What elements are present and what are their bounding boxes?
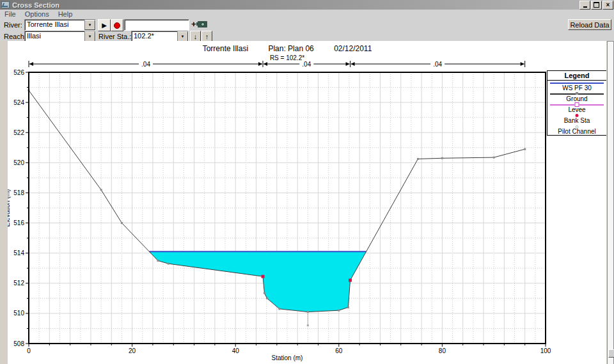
svg-text:518: 518	[13, 189, 24, 196]
reload-data-button[interactable]: Reload Data	[568, 19, 611, 30]
svg-text:0: 0	[27, 347, 31, 354]
reach-label: Reach:	[4, 33, 26, 40]
animate-button[interactable]: ▶	[98, 19, 111, 31]
svg-text:516: 516	[13, 219, 24, 226]
river-label: River:	[4, 21, 22, 29]
svg-text:520: 520	[13, 159, 24, 166]
menu-file[interactable]: File	[0, 10, 20, 18]
plot-title-plan: Plan: Plan 06	[268, 44, 313, 53]
record-icon	[114, 22, 120, 29]
river-sta-combo-value: 102.2*	[132, 31, 177, 42]
vertical-scrollbar[interactable]	[607, 41, 614, 364]
legend-item-bank-sta: Bank Sta	[547, 113, 606, 124]
reach-combo-arrow-icon[interactable]: ▼	[84, 31, 95, 42]
legend-item-label: Bank Sta	[547, 117, 606, 124]
reach-combo-value: Illasi	[25, 31, 84, 42]
legend-item-levee: Levee	[547, 102, 606, 113]
record-button[interactable]	[111, 19, 123, 31]
play-icon: ▶	[102, 22, 107, 29]
manning-n-value: .04	[302, 61, 311, 68]
svg-text:508: 508	[13, 340, 24, 347]
svg-text:60: 60	[335, 347, 343, 354]
legend-line-sample	[550, 83, 604, 84]
manning-n-value: .04	[141, 61, 150, 68]
cross-section-plot-area: 0204060801005085105125145165185205225245…	[0, 41, 614, 364]
up-arrow-icon: ↑	[205, 33, 209, 40]
right-border-strip	[606, 41, 614, 364]
close-icon: ×	[606, 2, 610, 8]
water-surface	[149, 251, 366, 312]
expression-field[interactable]	[124, 19, 189, 31]
next-station-button[interactable]: ↑	[201, 31, 212, 42]
axis-ticks-and-labels: 0204060801005085105125145165185205225245…	[4, 69, 551, 362]
legend-item-pilot-channel: Pilot Channel	[547, 124, 606, 135]
plot-title: Torrente Illasi Plan: Plan 06 02/12/2011	[29, 44, 546, 53]
svg-text:510: 510	[13, 310, 24, 317]
legend-item-label: WS PF 30	[547, 84, 606, 91]
pilot-channel-marker	[307, 312, 309, 327]
minimize-icon	[583, 6, 587, 8]
svg-text:514: 514	[13, 249, 24, 257]
menu-bar: File Options Help	[0, 10, 614, 18]
plot-title-date: 02/12/2011	[334, 44, 372, 53]
maximize-icon	[594, 2, 599, 8]
manning-n-value: .04	[433, 61, 442, 68]
minimize-button[interactable]	[579, 1, 590, 10]
river-sta-label: River Sta.:	[98, 33, 131, 40]
cross-section-window: Cross Section × File Options Help River:…	[0, 0, 614, 364]
svg-text:524: 524	[13, 99, 24, 106]
river-combo[interactable]: Torrente Illasi ▼	[24, 19, 96, 31]
river-sta-combo-arrow-icon[interactable]: ▼	[177, 31, 188, 42]
legend-item-ws-pf-30: WS PF 30	[547, 81, 606, 91]
scrollbar-thumb[interactable]	[608, 349, 614, 358]
legend-item-ground: Ground	[547, 91, 606, 102]
menu-help[interactable]: Help	[54, 10, 77, 18]
plus-icon[interactable]: +	[191, 19, 196, 29]
legend-title: Legend	[547, 71, 606, 81]
window-icon	[1, 1, 10, 8]
legend-square-marker-icon	[576, 92, 578, 95]
svg-text:20: 20	[129, 347, 136, 354]
svg-text:512: 512	[13, 280, 24, 287]
water-fill	[149, 251, 366, 312]
camera-icon[interactable]	[198, 21, 207, 28]
down-arrow-icon: ↓	[194, 33, 198, 40]
plot-subtitle: RS = 102.2*	[29, 54, 546, 61]
previous-station-button[interactable]: ↓	[190, 31, 201, 42]
svg-text:526: 526	[13, 69, 24, 76]
left-border-strip	[0, 41, 8, 364]
river-combo-arrow-icon[interactable]: ▼	[84, 20, 95, 30]
toolbar: River: Torrente Illasi ▼ ▶ + Reload Data…	[0, 18, 614, 42]
x-axis-label: Station (m)	[272, 354, 303, 361]
river-combo-value: Torrente Illasi	[25, 20, 84, 30]
legend: Legend WS PF 30GroundLeveeBank StaPilot …	[547, 70, 607, 136]
svg-text:100: 100	[540, 347, 551, 354]
plot-title-river: Torrente Illasi	[203, 44, 248, 53]
cross-section-plot: 0204060801005085105125145165185205225245…	[0, 41, 606, 364]
window-title: Cross Section	[12, 1, 59, 9]
maximize-button[interactable]	[591, 1, 602, 10]
svg-text:40: 40	[232, 347, 240, 354]
legend-item-label: Ground	[547, 95, 606, 102]
close-button[interactable]: ×	[602, 1, 613, 10]
legend-item-label: Pilot Channel	[547, 128, 606, 135]
svg-text:522: 522	[13, 129, 24, 136]
menu-options[interactable]: Options	[20, 10, 54, 18]
svg-text:80: 80	[439, 347, 446, 354]
legend-item-label: Levee	[547, 106, 606, 113]
title-bar[interactable]: Cross Section ×	[0, 0, 614, 10]
